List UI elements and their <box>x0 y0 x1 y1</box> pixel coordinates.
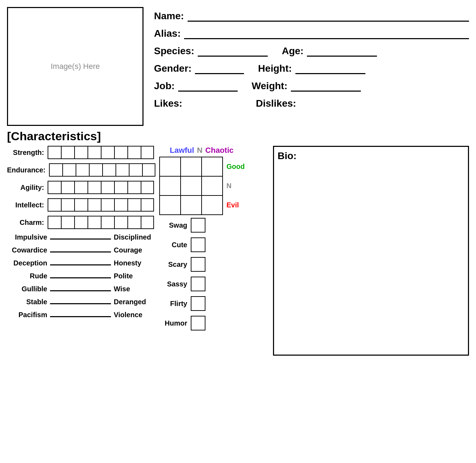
stat-box[interactable] <box>48 181 61 194</box>
name-input-line[interactable] <box>188 12 469 22</box>
stat-box[interactable] <box>129 163 142 177</box>
stat-box[interactable] <box>114 181 127 194</box>
stat-box[interactable] <box>61 216 74 229</box>
extra-trait-box-humor[interactable] <box>191 316 205 330</box>
align-cell-chaotic-evil[interactable] <box>202 196 223 215</box>
job-input-line[interactable] <box>178 82 238 92</box>
species-input-line[interactable] <box>198 47 268 57</box>
stat-box[interactable] <box>88 181 101 194</box>
stat-box[interactable] <box>49 163 62 177</box>
trait-right-polite: Polite <box>114 272 154 280</box>
stat-box[interactable] <box>61 181 74 194</box>
stat-box[interactable] <box>127 216 141 229</box>
stat-box[interactable] <box>141 146 154 159</box>
stat-box[interactable] <box>62 163 76 177</box>
stat-box[interactable] <box>101 216 114 229</box>
age-input-line[interactable] <box>307 47 377 57</box>
align-cell-true-neutral[interactable] <box>181 177 202 196</box>
stat-box[interactable] <box>127 146 141 159</box>
stat-box[interactable] <box>88 198 101 212</box>
trait-line-rude[interactable] <box>50 274 111 278</box>
align-cell-neutral-good[interactable] <box>181 157 202 177</box>
stat-row-charm: Charm: <box>7 216 154 229</box>
stat-box[interactable] <box>88 146 101 159</box>
height-input-line[interactable] <box>295 64 365 74</box>
species-label: Species: <box>154 45 194 57</box>
stat-box[interactable] <box>48 198 61 212</box>
extra-trait-box-cute[interactable] <box>191 237 205 252</box>
alias-input-line[interactable] <box>184 29 469 39</box>
align-cell-chaotic-good[interactable] <box>202 157 223 177</box>
job-label: Job: <box>154 80 175 92</box>
stat-box[interactable] <box>142 163 155 177</box>
bio-section: Bio: <box>273 146 469 356</box>
stat-box[interactable] <box>127 198 141 212</box>
stat-box[interactable] <box>141 198 154 212</box>
stat-box[interactable] <box>74 181 88 194</box>
alignment-chaotic-label: Chaotic <box>205 146 234 155</box>
stat-label-intellect: Intellect: <box>7 201 44 209</box>
trait-row-cowardice: Cowardice Courage <box>7 246 154 254</box>
trait-line-gullible[interactable] <box>50 287 111 291</box>
align-cell-lawful-neutral[interactable] <box>160 177 181 196</box>
stat-box[interactable] <box>76 163 89 177</box>
stat-box[interactable] <box>61 198 74 212</box>
trait-left-cowardice: Cowardice <box>7 246 47 254</box>
stat-box[interactable] <box>141 216 154 229</box>
trait-right-deranged: Deranged <box>114 298 154 306</box>
stat-box[interactable] <box>141 181 154 194</box>
align-good-label: Good <box>226 163 245 171</box>
trait-right-disciplined: Disciplined <box>114 233 154 241</box>
extra-trait-label-cute: Cute <box>159 241 187 249</box>
stat-box[interactable] <box>114 198 127 212</box>
stat-box[interactable] <box>88 216 101 229</box>
stat-box[interactable] <box>102 163 115 177</box>
stat-box[interactable] <box>101 198 114 212</box>
stat-box[interactable] <box>74 146 88 159</box>
stat-label-agility: Agility: <box>7 184 44 192</box>
stat-box[interactable] <box>48 216 61 229</box>
stat-label-endurance: Endurance: <box>7 166 46 174</box>
stat-box[interactable] <box>114 146 127 159</box>
alias-row: Alias: <box>154 28 469 39</box>
alignment-labels-right: Good N Evil <box>226 157 245 215</box>
stat-box[interactable] <box>101 181 114 194</box>
extra-trait-box-sassy[interactable] <box>191 277 205 291</box>
image-box: Image(s) Here <box>7 7 144 126</box>
extra-trait-box-scary[interactable] <box>191 257 205 272</box>
alignment-grid-wrapper: Good N Evil <box>159 157 273 215</box>
species-age-row: Species: Age: <box>154 45 469 57</box>
stat-box[interactable] <box>101 146 114 159</box>
extra-trait-row-sassy: Sassy <box>159 277 273 291</box>
name-row: Name: <box>154 10 469 22</box>
trait-left-impulsive: Impulsive <box>7 233 47 241</box>
align-cell-lawful-evil[interactable] <box>160 196 181 215</box>
stat-box[interactable] <box>114 216 127 229</box>
stat-box[interactable] <box>74 216 88 229</box>
stat-box[interactable] <box>115 163 129 177</box>
extra-trait-box-flirty[interactable] <box>191 296 205 311</box>
align-cell-chaotic-neutral[interactable] <box>202 177 223 196</box>
stat-box[interactable] <box>61 146 74 159</box>
trait-line-pacifism[interactable] <box>50 313 111 317</box>
stat-box[interactable] <box>89 163 102 177</box>
page: Image(s) Here Name: Alias: Species: Age: <box>7 7 469 356</box>
stat-row-intellect: Intellect: <box>7 198 154 212</box>
stat-box[interactable] <box>48 146 61 159</box>
trait-line-stable[interactable] <box>50 300 111 304</box>
align-cell-neutral-evil[interactable] <box>181 196 202 215</box>
height-label: Height: <box>258 63 292 74</box>
trait-line-cowardice[interactable] <box>50 248 111 252</box>
trait-line-impulsive[interactable] <box>50 235 111 240</box>
trait-right-wise: Wise <box>114 285 154 293</box>
align-cell-lawful-good[interactable] <box>160 157 181 177</box>
gender-input-line[interactable] <box>195 64 244 74</box>
weight-input-line[interactable] <box>291 82 361 92</box>
stat-box[interactable] <box>127 181 141 194</box>
bio-label: Bio: <box>278 150 296 161</box>
stat-label-charm: Charm: <box>7 219 44 227</box>
stat-box[interactable] <box>74 198 88 212</box>
align-n-side-label: N <box>226 182 245 190</box>
extra-trait-box-swag[interactable] <box>191 218 205 233</box>
trait-line-deception[interactable] <box>50 261 111 265</box>
